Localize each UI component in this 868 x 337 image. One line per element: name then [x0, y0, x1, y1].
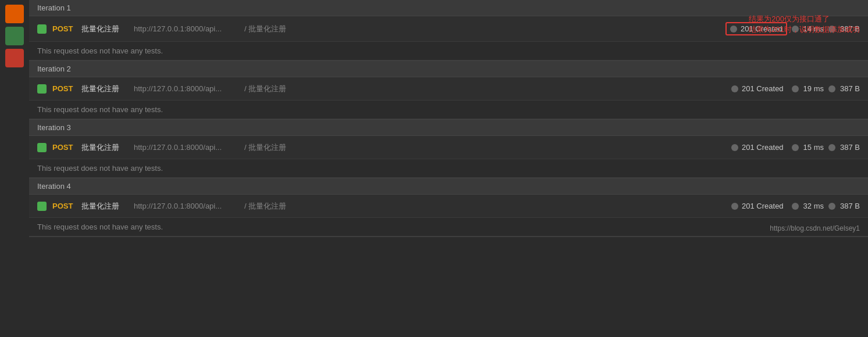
iteration-2-response-info: 201 Created 19 ms 387 B: [728, 83, 860, 94]
iteration-3-label: Iteration 3: [37, 123, 71, 132]
iteration-1-method: POST: [52, 24, 76, 33]
iteration-4-size-dot: [828, 203, 835, 210]
iteration-4-status-badge: 201 Created: [728, 200, 787, 211]
iteration-2-request-row[interactable]: POST 批量化注册 http://127.0.0.1:8000/api... …: [29, 77, 868, 101]
iteration-1-size-dot: [828, 26, 835, 33]
iteration-3-path: / 批量化注册: [244, 142, 728, 153]
sidebar: [0, 0, 29, 337]
iteration-3-response-info: 201 Created 15 ms 387 B: [728, 142, 860, 153]
iteration-3-request-name: 批量化注册: [81, 142, 128, 153]
iteration-3-status-text: 201 Created: [742, 143, 784, 152]
footer-link: https://blog.csdn.net/Gelsey1: [770, 224, 860, 232]
iteration-1-label: Iteration 1: [37, 3, 71, 12]
iteration-4-label: Iteration 4: [37, 182, 71, 191]
iteration-3-status-badge: 201 Created: [728, 142, 787, 153]
iteration-4-url: http://127.0.0.1:8000/api...: [134, 202, 239, 210]
iteration-3-url: http://127.0.0.1:8000/api...: [134, 143, 239, 152]
sidebar-icon-orange[interactable]: [5, 5, 24, 23]
iteration-2-request-name: 批量化注册: [81, 84, 128, 94]
iteration-3-request-row[interactable]: POST 批量化注册 http://127.0.0.1:8000/api... …: [29, 136, 868, 159]
iteration-1-response-info: 201 Created 14 ms 387 B: [725, 22, 860, 35]
sidebar-icon-green[interactable]: [5, 27, 24, 45]
iteration-1-status-text: 201 Created: [741, 24, 782, 33]
iteration-1-timing: 14 ms: [803, 24, 824, 33]
iteration-3-header: Iteration 3: [29, 120, 868, 136]
iteration-3-block: Iteration 3 POST 批量化注册 http://127.0.0.1:…: [29, 120, 868, 178]
iteration-1-status-dot-circle: [730, 26, 737, 33]
iteration-3-status-dot: [37, 143, 47, 152]
iteration-2-size: 387 B: [840, 84, 860, 93]
iteration-4-path: / 批量化注册: [244, 201, 728, 211]
iteration-2-timing-dot: [792, 85, 799, 92]
iteration-1-request-row[interactable]: POST 批量化注册 http://127.0.0.1:8000/api... …: [29, 16, 868, 42]
iteration-4-size: 387 B: [840, 202, 860, 210]
iteration-1-status-dot: [37, 24, 47, 34]
iteration-4-timing-dot: [792, 203, 799, 210]
iteration-1-path: / 批量化注册: [244, 24, 725, 34]
iteration-4-status-text: 201 Created: [742, 202, 784, 210]
iteration-4-block: Iteration 4 POST 批量化注册 http://127.0.0.1:…: [29, 178, 868, 237]
iteration-2-url: http://127.0.0.1:8000/api...: [134, 84, 239, 93]
iteration-1-size: 387 B: [840, 24, 860, 33]
iteration-1-block: Iteration 1 POST 批量化注册 http://127.0.0.1:…: [29, 0, 868, 61]
main-content: Iteration 1 POST 批量化注册 http://127.0.0.1:…: [29, 0, 868, 337]
iteration-2-status-badge: 201 Created: [728, 83, 787, 94]
iteration-3-method: POST: [52, 143, 76, 152]
iteration-2-status-dot: [37, 84, 47, 94]
iteration-4-header: Iteration 4: [29, 178, 868, 195]
iteration-3-timing-dot: [792, 144, 799, 151]
iteration-4-request-name: 批量化注册: [81, 201, 128, 211]
iteration-4-method: POST: [52, 202, 76, 210]
iteration-3-no-tests: This request does not have any tests.: [29, 159, 868, 178]
iteration-2-path: / 批量化注册: [244, 84, 728, 94]
iteration-1-header: Iteration 1: [29, 0, 868, 16]
iteration-1-timing-dot: [792, 26, 799, 33]
iteration-4-timing: 32 ms: [803, 202, 824, 210]
iteration-2-block: Iteration 2 POST 批量化注册 http://127.0.0.1:…: [29, 61, 868, 120]
iteration-4-status-dot-circle: [731, 203, 738, 210]
iteration-2-status-text: 201 Created: [742, 84, 784, 93]
sidebar-icon-red[interactable]: [5, 49, 24, 67]
iteration-2-method: POST: [52, 84, 76, 93]
iteration-3-size: 387 B: [840, 143, 860, 152]
iteration-2-size-dot: [828, 85, 835, 92]
iteration-1-request-name: 批量化注册: [81, 24, 128, 34]
iteration-1-no-tests: This request does not have any tests.: [29, 42, 868, 60]
iteration-3-size-dot: [828, 144, 835, 151]
iteration-4-request-row[interactable]: POST 批量化注册 http://127.0.0.1:8000/api... …: [29, 195, 868, 218]
iteration-2-no-tests: This request does not have any tests.: [29, 101, 868, 119]
iteration-3-timing: 15 ms: [803, 143, 824, 152]
iteration-2-label: Iteration 2: [37, 64, 71, 73]
iteration-4-status-dot: [37, 202, 47, 211]
iteration-4-no-tests: This request does not have any tests. ht…: [29, 218, 868, 236]
iteration-4-response-info: 201 Created 32 ms 387 B: [728, 200, 860, 211]
iteration-2-header: Iteration 2: [29, 61, 868, 77]
iteration-2-timing: 19 ms: [803, 84, 824, 93]
iteration-1-status-badge: 201 Created: [725, 22, 787, 35]
iteration-1-url: http://127.0.0.1:8000/api...: [134, 24, 239, 33]
iteration-2-status-dot-circle: [731, 85, 738, 92]
iteration-3-status-dot-circle: [731, 144, 738, 151]
